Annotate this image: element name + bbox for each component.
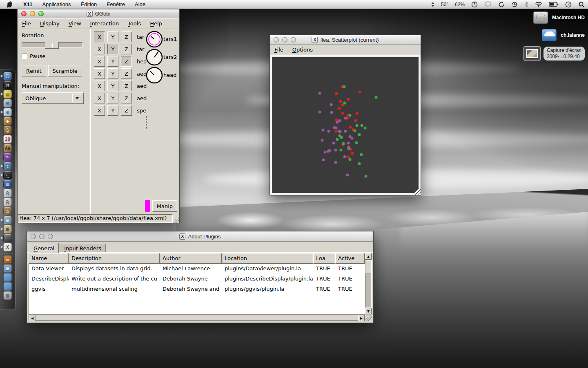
drag-separator[interactable]: [146, 116, 147, 129]
dock-icon-terminal[interactable]: ›_: [0, 171, 15, 180]
scramble-button[interactable]: Scramble: [48, 65, 82, 76]
axis-toggle-y[interactable]: Y: [107, 68, 118, 79]
dock-icon-dictionary[interactable]: Aa: [0, 144, 15, 153]
dock-icon-preview[interactable]: ▣: [0, 215, 15, 224]
axis-toggle-y[interactable]: Y: [107, 31, 118, 42]
desktop-icon-idisk[interactable]: ch.lalanne: [525, 29, 585, 41]
manip-button[interactable]: Manip: [152, 200, 177, 212]
menu-item-édition[interactable]: Édition: [76, 0, 102, 9]
horizontal-scrollbar[interactable]: ◀ ▶: [29, 314, 365, 321]
scroll-right-arrow[interactable]: ▶: [358, 315, 365, 321]
ggobi-menu-help[interactable]: Help: [145, 20, 167, 27]
table-row[interactable]: ggvismultidimensional scalingDeborah Swa…: [29, 284, 365, 294]
ggobi-menu-display[interactable]: Display: [36, 20, 64, 27]
dock-icon-ical[interactable]: 28: [0, 135, 15, 144]
time-machine-icon[interactable]: [508, 1, 521, 8]
ggobi-menu-tools[interactable]: Tools: [123, 20, 145, 27]
menu-item-aide[interactable]: Aide: [130, 0, 150, 9]
clock-icon[interactable]: [562, 1, 575, 8]
column-header-description[interactable]: Description: [69, 253, 160, 264]
dock-icon-downloads-stack[interactable]: ▤: [0, 255, 15, 264]
zoom-button[interactable]: [291, 37, 296, 43]
vertical-scroll-thumb[interactable]: [365, 260, 371, 274]
axis-toggle-x[interactable]: X: [94, 93, 105, 103]
table-row[interactable]: Data ViewerDisplays datasets in data gri…: [29, 264, 365, 274]
column-header-location[interactable]: Location: [222, 253, 313, 264]
dock-icon-stickies[interactable]: ▤: [0, 90, 15, 99]
dock-icon-texshop[interactable]: ≣: [0, 224, 15, 233]
scroll-down-arrow[interactable]: ▼: [365, 308, 372, 314]
axis-toggle-z[interactable]: Z: [121, 68, 132, 79]
axis-toggle-x[interactable]: X: [94, 56, 105, 67]
timer-icon[interactable]: [468, 1, 481, 8]
zoom-button[interactable]: [38, 11, 44, 16]
axis-toggle-z[interactable]: Z: [121, 81, 132, 91]
resize-grip[interactable]: [173, 217, 179, 223]
temperature-indicator[interactable]: 50°: [438, 2, 452, 7]
updown-widget-icon[interactable]: [428, 2, 438, 7]
axis-toggle-z[interactable]: Z: [121, 44, 132, 54]
battery-icon[interactable]: [546, 2, 562, 7]
column-header-name[interactable]: Name: [29, 253, 69, 264]
axis-toggle-x[interactable]: X: [94, 44, 105, 54]
column-header-author[interactable]: Author: [160, 253, 222, 264]
dock-icon-r64[interactable]: R: [0, 197, 15, 206]
variable-dial-head[interactable]: [145, 66, 163, 86]
scatterplot-titlebar[interactable]: X flea: Scatterplot (current): [270, 35, 421, 45]
menu-item-applications[interactable]: Applications: [37, 0, 76, 9]
dock-icon-x11[interactable]: X: [0, 242, 15, 251]
close-button[interactable]: [274, 37, 279, 43]
desktop-icon-macintosh-hd[interactable]: Macintosh HD: [525, 11, 585, 24]
dock-icon-photo-booth[interactable]: ◆: [0, 117, 15, 126]
column-header-active[interactable]: Active: [335, 253, 365, 264]
plugins-titlebar[interactable]: X About Plugins: [27, 231, 373, 242]
dock-icon-documents-stack[interactable]: ▦: [0, 264, 15, 273]
dock-icon-folder-1[interactable]: [0, 273, 15, 282]
variable-dial-tars2[interactable]: [145, 48, 163, 68]
tab-general[interactable]: General: [29, 243, 59, 253]
menu-item-x11[interactable]: X11: [18, 0, 37, 9]
dock-icon-finder[interactable]: ☺: [0, 72, 15, 81]
manual-manipulation-dropdown[interactable]: Oblique: [22, 92, 84, 104]
dock-icon-safari[interactable]: ⊕: [0, 108, 15, 117]
column-header-loa[interactable]: Loa: [313, 253, 335, 264]
apple-menu[interactable]: [7, 1, 13, 8]
axis-toggle-x[interactable]: X: [94, 68, 105, 79]
slider-handle[interactable]: [45, 42, 59, 49]
reinit-button[interactable]: Reinit: [22, 65, 46, 76]
minimize-button[interactable]: [39, 234, 45, 239]
axis-toggle-y[interactable]: Y: [107, 93, 118, 103]
battery-percentage[interactable]: 62%: [452, 2, 468, 7]
dock-icon-folder-2[interactable]: [0, 282, 15, 291]
vertical-scrollbar[interactable]: [365, 260, 372, 308]
close-button[interactable]: [21, 11, 27, 16]
dock-icon-r[interactable]: R: [0, 188, 15, 197]
dock-icon-emacs[interactable]: ε: [0, 162, 15, 171]
bluetooth-icon[interactable]: [521, 1, 532, 8]
horizontal-scroll-thumb[interactable]: [36, 315, 358, 321]
dock-icon-console[interactable]: [0, 233, 15, 242]
menu-item-fenêtre[interactable]: Fenêtre: [102, 0, 130, 9]
rotation-speed-slider[interactable]: [22, 42, 83, 47]
resize-grip[interactable]: [365, 315, 372, 321]
tab-input-readers[interactable]: Input Readers: [60, 244, 106, 253]
scroll-left-arrow[interactable]: ◀: [29, 315, 36, 321]
dock-icon-dashboard[interactable]: ◔: [0, 81, 15, 90]
dock-icon-pages[interactable]: ✎: [0, 153, 15, 162]
dock-icon-trash[interactable]: ▥: [0, 291, 15, 300]
axis-toggle-x[interactable]: X: [94, 105, 105, 116]
axis-toggle-y[interactable]: Y: [107, 81, 118, 91]
dock-icon-stats-grid[interactable]: ▦: [0, 180, 15, 188]
ggobi-menu-view[interactable]: View: [64, 20, 86, 27]
scatterplot-menu-options[interactable]: Options: [288, 47, 317, 53]
ggobi-titlebar[interactable]: X GGobi: [18, 9, 179, 18]
sync-icon[interactable]: [495, 1, 508, 8]
desktop-icon-screenshot[interactable]: Capture d'écran 2009-...0.29.40: [525, 47, 585, 61]
variable-dial-tars1[interactable]: [145, 30, 163, 50]
axis-toggle-z[interactable]: Z: [121, 93, 132, 103]
axis-toggle-y[interactable]: Y: [107, 56, 118, 67]
axis-toggle-x[interactable]: X: [94, 81, 105, 91]
resize-grip[interactable]: [414, 188, 421, 195]
axis-toggle-x[interactable]: X: [94, 31, 105, 42]
scroll-up-arrow[interactable]: ▲: [365, 253, 372, 260]
